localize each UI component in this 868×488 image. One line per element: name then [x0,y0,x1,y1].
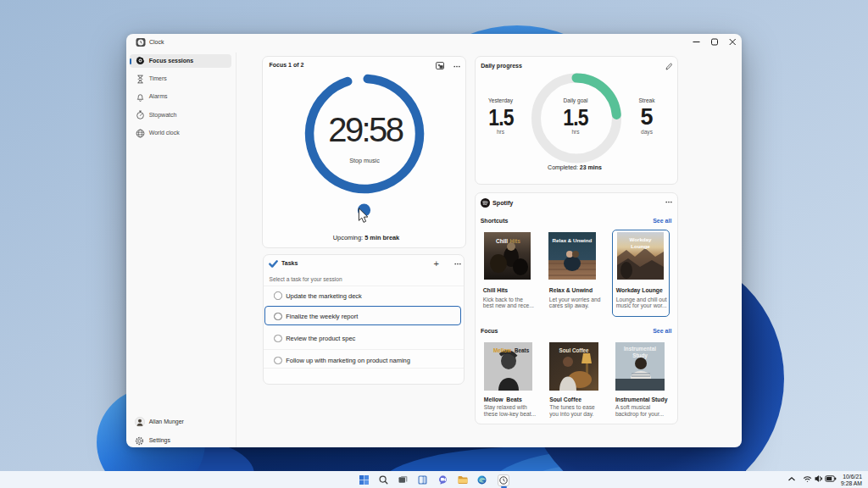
svg-text:Relax & Unwind: Relax & Unwind [553,237,593,243]
svg-text:Chill: Chill [496,238,508,244]
svg-text:Lounge: Lounge [632,243,651,249]
svg-text:Soul Coffee: Soul Coffee [559,347,589,353]
svg-text:Workday: Workday [630,236,653,242]
svg-text:Instrumental: Instrumental [624,346,656,352]
svg-text:Beats: Beats [515,347,530,353]
svg-text:Hits: Hits [510,238,521,244]
svg-text:Mellow: Mellow [493,347,511,353]
svg-text:Study: Study [632,352,648,359]
